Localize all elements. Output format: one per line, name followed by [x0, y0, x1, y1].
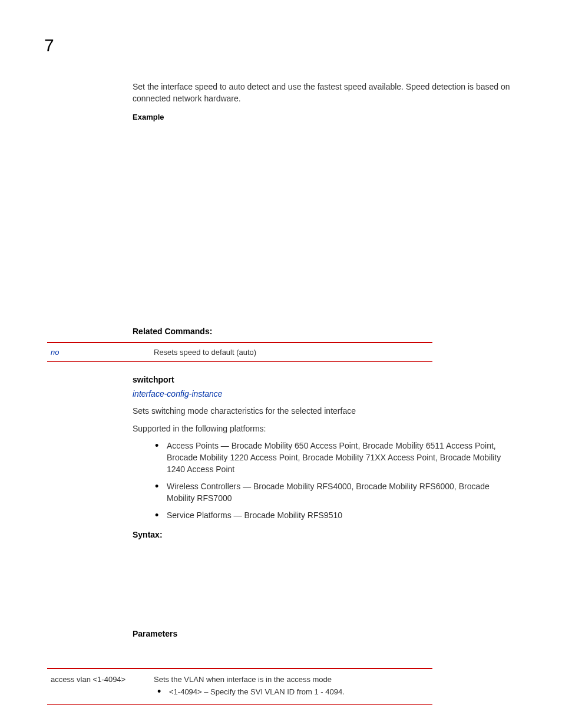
platforms-list: Access Points — Brocade Mobility 650 Acc… [167, 440, 518, 522]
interface-config-link[interactable]: interface-config-instance [133, 389, 518, 398]
list-item: <1-4094> – Specify the SVI VLAN ID from … [169, 686, 429, 698]
page-content: Set the interface speed to auto detect a… [133, 81, 518, 705]
list-item: Service Platforms — Brocade Mobility RFS… [167, 510, 518, 522]
table-row: access vlan <1-4094> Sets the VLAN when … [47, 668, 432, 705]
related-commands-heading: Related Commands: [133, 327, 518, 336]
parameter-name: access vlan <1-4094> [47, 668, 150, 705]
parameter-sub-list: <1-4094> – Specify the SVI VLAN ID from … [169, 686, 429, 698]
switchport-heading: switchport [133, 375, 518, 384]
parameter-description: Sets the VLAN when interface is in the a… [154, 675, 332, 684]
command-description: Resets speed to default (auto) [150, 342, 432, 362]
related-commands-table: no Resets speed to default (auto) [47, 342, 432, 362]
switchport-description: Sets switching mode characteristics for … [133, 406, 518, 417]
example-heading: Example [133, 113, 518, 121]
parameters-table: access vlan <1-4094> Sets the VLAN when … [47, 668, 432, 706]
intro-paragraph: Set the interface speed to auto detect a… [133, 81, 518, 104]
list-item: Wireless Controllers — Brocade Mobility … [167, 481, 518, 504]
page-number: 7 [44, 35, 54, 55]
syntax-heading: Syntax: [133, 530, 518, 539]
command-name-link[interactable]: no [47, 342, 150, 362]
table-row: no Resets speed to default (auto) [47, 342, 432, 362]
supported-platforms-text: Supported in the following platforms: [133, 423, 518, 435]
parameters-heading: Parameters [133, 629, 518, 638]
parameter-description-cell: Sets the VLAN when interface is in the a… [150, 668, 432, 705]
list-item: Access Points — Brocade Mobility 650 Acc… [167, 440, 518, 475]
